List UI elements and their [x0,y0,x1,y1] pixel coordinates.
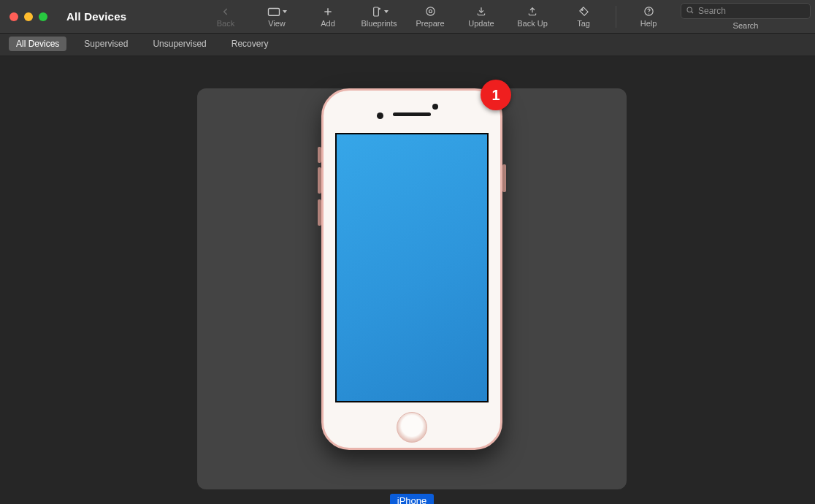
close-window-button[interactable] [9,12,18,21]
tab-all-devices[interactable]: All Devices [9,37,66,51]
search-field-wrap[interactable] [681,3,811,19]
upload-icon [527,6,537,18]
blueprints-label: Blueprints [361,19,397,28]
add-label: Add [321,19,335,28]
svg-point-6 [426,7,434,15]
tab-supervised[interactable]: Supervised [77,37,135,51]
phone-speaker-icon [393,112,431,116]
window-controls [0,0,53,33]
search-group: Search [681,0,811,33]
content-area: 1 iPhone [0,56,815,504]
device-card[interactable]: 1 [197,88,627,489]
search-icon [686,4,695,18]
filter-tabbar: All Devices Supervised Unsupervised Reco… [0,34,815,56]
update-label: Update [468,19,494,28]
view-button[interactable]: View [258,0,296,33]
view-label: View [268,19,286,28]
toolbar: Back View Add Blueprints Prepare [207,0,815,33]
zoom-window-button[interactable] [39,12,47,21]
phone-sensor-icon [377,112,383,119]
back-label: Back [217,19,234,28]
svg-point-8 [581,9,583,10]
svg-line-12 [692,12,693,13]
blueprints-button[interactable]: Blueprints [360,0,398,33]
update-button[interactable]: Update [462,0,500,33]
device-name-label[interactable]: iPhone [390,494,434,504]
device-slot: 1 iPhone [197,75,627,504]
tag-label: Tag [577,19,590,28]
phone-camera-icon [432,104,438,110]
chevron-left-icon [221,6,231,18]
search-label: Search [681,21,811,30]
help-label: Help [640,19,657,28]
phone-home-button-icon [397,412,427,443]
window-title: All Devices [53,0,126,33]
backup-label: Back Up [517,19,548,28]
add-button[interactable]: Add [309,0,347,33]
plus-icon [323,6,333,18]
tab-unsupervised[interactable]: Unsupervised [145,37,213,51]
tab-recovery[interactable]: Recovery [224,37,276,51]
question-circle-icon [643,6,654,18]
notification-badge: 1 [481,80,511,110]
help-button[interactable]: Help [630,0,667,33]
back-button[interactable]: Back [207,0,245,33]
gear-circle-icon [425,6,436,18]
device-plus-icon [370,6,389,18]
download-icon [476,6,486,18]
tag-button[interactable]: Tag [565,0,602,33]
phone-screen-icon [335,133,489,402]
svg-point-11 [687,7,692,12]
backup-button[interactable]: Back Up [513,0,551,33]
phone-power-button-icon [502,164,506,192]
svg-point-10 [648,13,649,14]
folder-icon [267,6,287,18]
phone-body-icon [321,88,502,450]
svg-rect-0 [268,8,279,15]
titlebar: All Devices Back View Add Blueprints [0,0,815,34]
prepare-label: Prepare [416,19,444,28]
minimize-window-button[interactable] [24,12,33,21]
tag-icon [578,6,589,18]
toolbar-divider [616,6,616,28]
prepare-button[interactable]: Prepare [411,0,449,33]
device-illustration: 1 [321,88,502,450]
search-input[interactable] [698,6,808,16]
svg-point-7 [429,10,432,13]
svg-rect-3 [373,7,378,16]
